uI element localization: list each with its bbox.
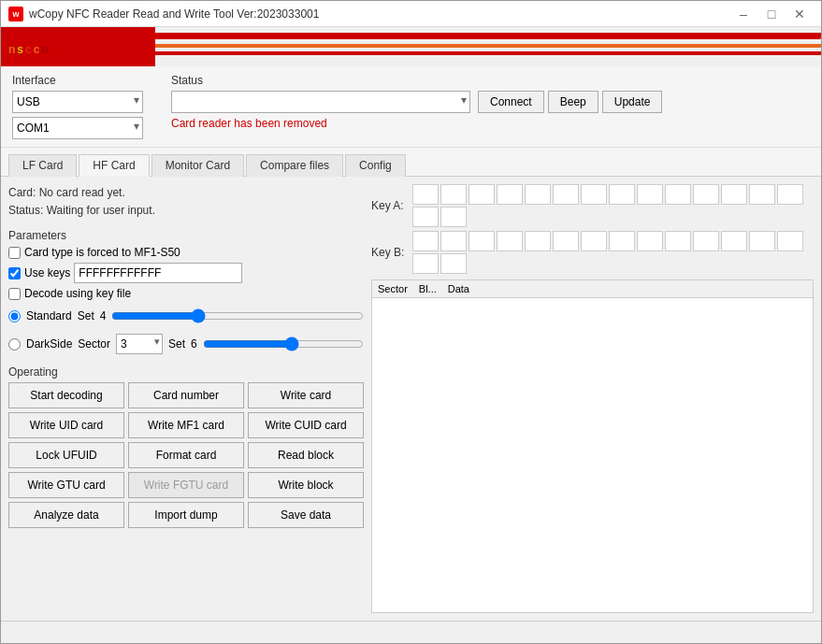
key-a-input-11[interactable]: [693, 184, 719, 205]
key-b-input-5[interactable]: [525, 231, 551, 251]
port-select-wrapper: COM1: [12, 117, 143, 139]
key-a-input-7[interactable]: [581, 184, 607, 205]
key-b-input-12[interactable]: [721, 231, 747, 251]
key-a-input-2[interactable]: [440, 184, 467, 205]
status-input-wrapper: [171, 91, 470, 113]
force-mf1-row: Card type is forced to MF1-S50: [8, 246, 364, 259]
force-mf1-checkbox[interactable]: [8, 247, 21, 259]
tab-monitor-card[interactable]: Monitor Card: [151, 154, 244, 177]
start-decoding-button[interactable]: Start decoding: [8, 382, 124, 408]
interface-select[interactable]: USB: [12, 91, 143, 113]
key-b-input-11[interactable]: [693, 231, 719, 251]
status-label: Status: [171, 74, 810, 87]
use-keys-checkbox[interactable]: [8, 267, 21, 279]
status-group: Status Connect Beep Update Card reader h…: [171, 74, 810, 130]
key-b-input-14[interactable]: [777, 231, 803, 251]
standard-slider[interactable]: [111, 308, 364, 323]
key-a-input-14[interactable]: [777, 184, 803, 205]
maximize-button[interactable]: □: [757, 1, 786, 27]
connect-button[interactable]: Connect: [478, 91, 544, 113]
card-number-button[interactable]: Card number: [128, 382, 244, 408]
tab-hf-card[interactable]: HF Card: [79, 154, 149, 177]
set-value-1: 4: [100, 309, 107, 322]
key-a-input-9[interactable]: [637, 184, 663, 205]
btn-row-2: Write UID card Write MF1 card Write CUID…: [8, 412, 364, 438]
write-uid-card-button[interactable]: Write UID card: [8, 412, 124, 438]
force-mf1-label: Card type is forced to MF1-S50: [24, 246, 180, 259]
key-b-input-15[interactable]: [412, 253, 439, 274]
key-a-row: Key A:: [371, 184, 814, 227]
key-a-input-16[interactable]: [440, 207, 467, 227]
tab-lf-card[interactable]: LF Card: [8, 154, 77, 177]
key-a-input-13[interactable]: [749, 184, 775, 205]
sector-select[interactable]: 0123 4567: [116, 334, 163, 354]
key-b-input-13[interactable]: [749, 231, 775, 251]
key-b-input-6[interactable]: [553, 231, 579, 251]
key-b-input-4[interactable]: [497, 231, 523, 251]
left-panel: Card: No card read yet. Status: Waiting …: [8, 184, 364, 613]
minimize-button[interactable]: –: [729, 1, 757, 27]
card-info-line1: Card: No card read yet.: [8, 184, 364, 202]
key-a-input-6[interactable]: [553, 184, 579, 205]
key-a-input-15[interactable]: [412, 207, 439, 227]
standard-radio[interactable]: [8, 310, 21, 322]
write-cuid-card-button[interactable]: Write CUID card: [248, 412, 364, 438]
import-dump-button[interactable]: Import dump: [128, 502, 244, 528]
key-a-input-5[interactable]: [525, 184, 551, 205]
darkside-label: DarkSide: [26, 337, 72, 351]
key-a-input-10[interactable]: [665, 184, 691, 205]
write-fgtu-card-button[interactable]: Write FGTU card: [128, 472, 244, 498]
tab-compare-files[interactable]: Compare files: [246, 154, 343, 177]
read-block-button[interactable]: Read block: [248, 442, 364, 468]
sector-table: Sector Bl... Data: [372, 280, 813, 298]
card-info-line2: Status: Waiting for user input.: [8, 202, 364, 220]
logo-bar: nsccn: [1, 27, 821, 66]
key-b-input-3[interactable]: [469, 231, 495, 251]
key-b-inputs: [412, 231, 814, 274]
lock-ufuid-button[interactable]: Lock UFUID: [8, 442, 124, 468]
key-b-input-1[interactable]: [412, 231, 439, 251]
key-b-input-16[interactable]: [440, 253, 467, 274]
operating-section: Operating Start decoding Card number Wri…: [8, 362, 364, 528]
main-content: LF Card HF Card Monitor Card Compare fil…: [1, 148, 821, 621]
write-gtu-card-button[interactable]: Write GTU card: [8, 472, 124, 498]
set-label-1: Set: [78, 309, 94, 322]
key-b-row: Key B:: [371, 231, 814, 274]
decode-key-checkbox[interactable]: [8, 288, 21, 300]
status-select[interactable]: [171, 91, 470, 113]
key-section: Key A:: [371, 184, 814, 274]
btn-row-4: Write GTU card Write FGTU card Write blo…: [8, 472, 364, 498]
col-sector: Sector: [372, 280, 413, 298]
darkside-radio[interactable]: [8, 338, 21, 351]
beep-button[interactable]: Beep: [548, 91, 598, 113]
interface-label: Interface: [12, 74, 152, 87]
port-select[interactable]: COM1: [12, 117, 143, 139]
key-a-input-12[interactable]: [721, 184, 747, 205]
write-card-button[interactable]: Write card: [248, 382, 364, 408]
use-keys-input[interactable]: [74, 263, 242, 283]
update-button[interactable]: Update: [602, 91, 663, 113]
key-a-label: Key A:: [371, 199, 409, 212]
key-a-input-4[interactable]: [497, 184, 523, 205]
key-b-input-2[interactable]: [440, 231, 467, 251]
darkside-slider-container: [203, 336, 364, 351]
key-b-input-10[interactable]: [665, 231, 691, 251]
tab-config[interactable]: Config: [345, 154, 406, 177]
darkside-slider[interactable]: [203, 336, 364, 351]
write-mf1-card-button[interactable]: Write MF1 card: [128, 412, 244, 438]
tab-bar: LF Card HF Card Monitor Card Compare fil…: [1, 148, 821, 177]
write-block-button[interactable]: Write block: [248, 472, 364, 498]
key-b-input-8[interactable]: [609, 231, 635, 251]
key-a-input-8[interactable]: [609, 184, 635, 205]
key-a-input-3[interactable]: [469, 184, 495, 205]
key-b-input-7[interactable]: [581, 231, 607, 251]
format-card-button[interactable]: Format card: [128, 442, 244, 468]
key-a-input-1[interactable]: [412, 184, 439, 205]
title-bar-left: w wCopy NFC Reader Read and Write Tool V…: [8, 7, 319, 21]
save-data-button[interactable]: Save data: [248, 502, 364, 528]
close-button[interactable]: ✕: [786, 1, 814, 27]
key-b-input-9[interactable]: [637, 231, 663, 251]
analyze-data-button[interactable]: Analyze data: [8, 502, 124, 528]
operating-title: Operating: [8, 365, 364, 379]
logo-red-section: nsccn: [1, 27, 155, 66]
